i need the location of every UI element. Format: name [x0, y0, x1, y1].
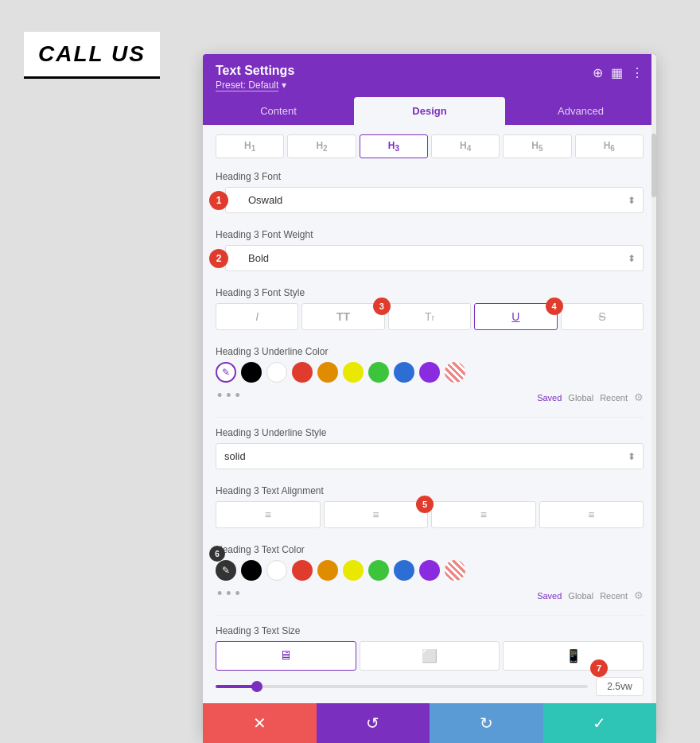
save-button[interactable]: ✓	[543, 703, 657, 743]
font-section: Heading 3 Font 1 Oswald ⬍	[203, 165, 656, 223]
more-colors-btn[interactable]: • • •	[217, 387, 240, 404]
tab-advanced[interactable]: Advanced	[505, 97, 656, 125]
font-weight-section: Heading 3 Font Weight 2 Bold ⬍	[203, 223, 656, 281]
recent-btn[interactable]: Recent	[600, 393, 628, 403]
badge-4: 4	[546, 298, 563, 315]
color-swatch-yellow[interactable]	[343, 362, 364, 383]
divider-1	[216, 417, 644, 418]
color-picker-btn[interactable]: ✎	[216, 362, 236, 383]
font-select-row: 1 Oswald ⬍	[216, 187, 644, 213]
font-weight-label: Heading 3 Font Weight	[216, 229, 644, 240]
color-swatch-orange[interactable]	[317, 362, 338, 383]
color-actions: Saved Global Recent ⚙	[537, 391, 644, 403]
color-swatch-green[interactable]	[368, 362, 389, 383]
text-color-black[interactable]	[241, 560, 262, 581]
cancel-button[interactable]: ✕	[203, 703, 317, 743]
color-settings-icon[interactable]: ⚙	[634, 391, 644, 403]
logo: CALL US	[24, 32, 160, 79]
strikethrough-btn[interactable]: S	[561, 303, 644, 330]
badge-7: 7	[590, 659, 608, 677]
tab-design[interactable]: Design	[354, 97, 505, 125]
text-color-settings-icon[interactable]: ⚙	[634, 589, 644, 601]
tablet-btn[interactable]: ⬜	[360, 641, 500, 671]
font-badge: 1	[209, 191, 228, 210]
h-tab-h5[interactable]: H5	[503, 134, 571, 158]
bottom-bar: ✕ ↺ ↻ ✓	[203, 703, 656, 743]
italic-btn[interactable]: I	[216, 303, 298, 330]
text-color-green[interactable]	[368, 560, 389, 581]
scrollbar-track	[651, 54, 656, 737]
saved-btn[interactable]: Saved	[537, 393, 562, 403]
font-style-buttons: I TT 3 Tr U 4 S	[216, 303, 644, 330]
h-tab-h6[interactable]: H6	[575, 134, 644, 158]
size-slider[interactable]	[216, 685, 588, 688]
underline-color-label: Heading 3 Underline Color	[216, 346, 644, 357]
eyedropper-icon: ✎	[222, 367, 230, 378]
redo-button[interactable]: ↻	[430, 703, 543, 743]
underline-style-section: Heading 3 Underline Style solid dashed d…	[203, 421, 656, 479]
desktop-btn[interactable]: 🖥	[216, 641, 356, 671]
underline-style-select[interactable]: solid dashed dotted	[216, 443, 644, 469]
scrollbar-thumb[interactable]	[651, 134, 656, 197]
align-right-btn[interactable]: ≡	[431, 501, 536, 528]
mobile-btn[interactable]: 📱	[503, 641, 644, 671]
h-tab-h4[interactable]: H4	[431, 134, 500, 158]
text-color-blue[interactable]	[394, 560, 414, 581]
preset-label[interactable]: Preset: Default ▾	[216, 80, 294, 91]
panel-tabs: Content Design Advanced	[203, 97, 656, 125]
font-select[interactable]: Oswald	[225, 187, 644, 213]
color-swatch-none[interactable]	[445, 362, 465, 383]
target-icon[interactable]: ⊕	[593, 65, 603, 80]
color-swatch-blue[interactable]	[394, 362, 414, 383]
color-swatch-red[interactable]	[292, 362, 313, 383]
text-color-picker-btn[interactable]: ✎ 6	[216, 560, 236, 581]
font-style-section: Heading 3 Font Style I TT 3 Tr U 4 S	[203, 281, 656, 340]
alignment-buttons: ≡ ≡ 5 ≡ ≡	[216, 501, 644, 528]
font-style-label: Heading 3 Font Style	[216, 287, 644, 298]
underline-btn[interactable]: U 4	[474, 303, 557, 330]
align-justify-btn[interactable]: ≡	[539, 501, 644, 528]
align-left-btn[interactable]: ≡	[216, 501, 321, 528]
capitalize-btn[interactable]: Tr	[388, 303, 471, 330]
underline-color-section: Heading 3 Underline Color ✎ • • • Saved	[203, 340, 656, 414]
h-tab-h1[interactable]: H1	[216, 134, 284, 158]
font-label: Heading 3 Font	[216, 171, 644, 182]
font-weight-select[interactable]: Bold	[225, 245, 644, 271]
settings-panel: Text Settings Preset: Default ▾ ⊕ ▦ ⋮ Co…	[203, 54, 656, 737]
text-more-colors-btn[interactable]: • • •	[217, 585, 240, 602]
align-center-btn[interactable]: ≡ 5	[324, 501, 429, 528]
text-color-yellow[interactable]	[343, 560, 364, 581]
font-weight-badge: 2	[209, 249, 228, 268]
text-alignment-label: Heading 3 Text Alignment	[216, 485, 644, 496]
underline-style-select-row: solid dashed dotted ⬍	[216, 443, 644, 469]
global-btn[interactable]: Global	[568, 393, 593, 403]
panel-body: H1 H2 H3 H4 H5 H6 Heading 3 Font 1 Oswal…	[203, 125, 656, 737]
logo-text: CALL US	[38, 41, 146, 66]
color-swatch-purple[interactable]	[419, 362, 440, 383]
undo-button[interactable]: ↺	[317, 703, 430, 743]
panel-header: Text Settings Preset: Default ▾ ⊕ ▦ ⋮	[203, 54, 656, 97]
text-color-orange[interactable]	[317, 560, 338, 581]
text-color-purple[interactable]	[419, 560, 440, 581]
font-select-wrapper: Oswald ⬍	[225, 187, 644, 213]
text-global-btn[interactable]: Global	[568, 591, 593, 601]
columns-icon[interactable]: ▦	[611, 65, 623, 80]
size-value: 2.5vw	[607, 681, 632, 692]
text-color-section: Heading 3 Text Color ✎ 6 • • • Sa	[203, 538, 656, 612]
uppercase-btn[interactable]: TT 3	[301, 303, 384, 330]
color-swatch-black[interactable]	[241, 362, 262, 383]
text-saved-btn[interactable]: Saved	[537, 591, 562, 601]
color-swatch-white[interactable]	[266, 362, 287, 383]
divider-2	[216, 615, 644, 616]
text-alignment-section: Heading 3 Text Alignment ≡ ≡ 5 ≡ ≡	[203, 479, 656, 538]
text-recent-btn[interactable]: Recent	[600, 591, 628, 601]
h-tab-h3[interactable]: H3	[360, 134, 428, 158]
text-color-none[interactable]	[445, 560, 465, 581]
save-icon: ✓	[593, 714, 606, 733]
h-tab-h2[interactable]: H2	[287, 134, 356, 158]
size-slider-row: 2.5vw 7	[216, 677, 644, 696]
tab-content[interactable]: Content	[203, 97, 354, 125]
more-icon[interactable]: ⋮	[631, 65, 644, 80]
text-color-white[interactable]	[266, 560, 287, 581]
text-color-red[interactable]	[292, 560, 313, 581]
